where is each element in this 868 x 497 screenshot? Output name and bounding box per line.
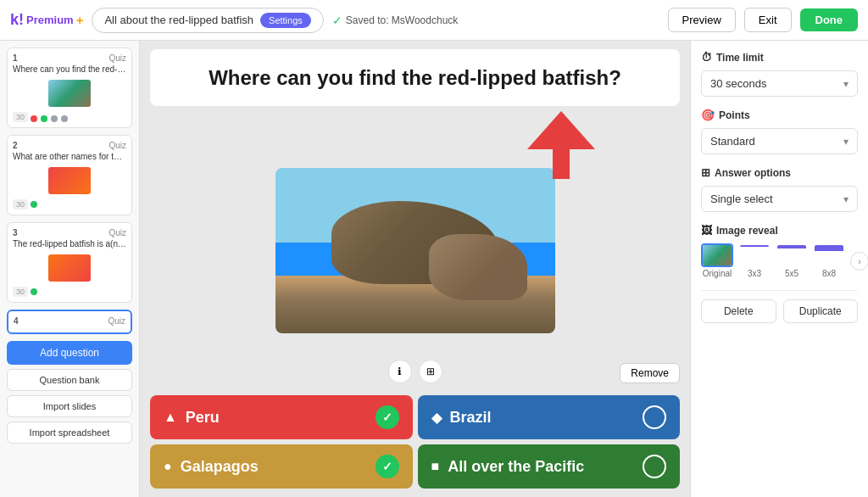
quiz-title: All about the red-lipped batfish bbox=[104, 14, 253, 26]
image-reveal-section: 🖼 Image reveal Original bbox=[701, 224, 858, 278]
answer-pacific-left: ■ All over the Pacific bbox=[431, 458, 585, 476]
panel-actions: Delete Duplicate bbox=[701, 290, 858, 323]
item-dots-2 bbox=[31, 201, 37, 208]
item-dots-1 bbox=[31, 115, 68, 122]
reveal-thumb-5x5 bbox=[776, 243, 808, 267]
item-title-2: What are other names for this crea... bbox=[13, 152, 126, 161]
answer-options-chevron-icon: ▾ bbox=[843, 193, 849, 205]
reveal-option-5x5[interactable]: 5x5 bbox=[776, 243, 808, 278]
answer-brazil[interactable]: ◆ Brazil bbox=[418, 395, 681, 439]
item-thumb-1 bbox=[48, 80, 91, 107]
title-bar[interactable]: All about the red-lipped batfish Setting… bbox=[92, 8, 323, 33]
answer-brazil-left: ◆ Brazil bbox=[431, 409, 492, 427]
answers-grid: ▲ Peru ✓ ◆ Brazil ● Galapagos ✓ bbox=[150, 395, 680, 489]
answer-pacific-shape: ■ bbox=[431, 459, 440, 474]
time-limit-label: Time limit bbox=[716, 52, 764, 64]
settings-button[interactable]: Settings bbox=[260, 13, 311, 28]
done-button[interactable]: Done bbox=[800, 8, 859, 31]
saved-text: Saved to: MsWoodchuck bbox=[346, 14, 459, 26]
answer-peru-shape: ▲ bbox=[164, 410, 177, 425]
image-reveal-label: Image reveal bbox=[716, 225, 778, 237]
question-bank-button[interactable]: Question bank bbox=[7, 369, 132, 391]
preview-button[interactable]: Preview bbox=[668, 8, 736, 32]
reveal-thumb-8x8 bbox=[813, 243, 845, 267]
answer-options-title: ⊞ Answer options bbox=[701, 166, 858, 179]
duplicate-button[interactable]: Duplicate bbox=[783, 299, 859, 323]
answer-peru[interactable]: ▲ Peru ✓ bbox=[150, 395, 413, 439]
reveal-thumb-3x3 bbox=[738, 243, 771, 267]
answer-galapagos-shape: ● bbox=[164, 459, 172, 474]
points-dropdown[interactable]: Standard ▾ bbox=[701, 128, 858, 154]
center-content: Where can you find the red-lipped batfis… bbox=[140, 41, 690, 497]
item-timer-row-3: 30 bbox=[13, 287, 126, 297]
dot-gray-2 bbox=[61, 115, 68, 122]
main-layout: 1 Quiz Where can you find the red-lipped… bbox=[0, 41, 868, 497]
answer-peru-left: ▲ Peru bbox=[164, 409, 220, 427]
answer-options-dropdown[interactable]: Single select ▾ bbox=[701, 186, 858, 212]
item-timer-row-1: 30 bbox=[13, 112, 126, 122]
item-type-2: Quiz bbox=[108, 141, 126, 150]
item-title-1: Where can you find the red-lipped... bbox=[13, 64, 126, 74]
sidebar-item-1[interactable]: 1 Quiz Where can you find the red-lipped… bbox=[7, 47, 132, 128]
logo-premium: Premium bbox=[26, 14, 74, 26]
item-type-1: Quiz bbox=[108, 53, 126, 63]
image-area: ℹ ⊞ Remove bbox=[150, 111, 680, 390]
item-timer-2: 30 bbox=[13, 199, 28, 209]
reveal-label-3x3: 3x3 bbox=[748, 269, 761, 278]
sidebar: 1 Quiz Where can you find the red-lipped… bbox=[0, 41, 140, 497]
header-actions: Preview Exit Done bbox=[668, 8, 858, 32]
question-image bbox=[275, 168, 555, 333]
item-timer-row-2: 30 bbox=[13, 199, 126, 209]
import-slides-button[interactable]: Import slides bbox=[7, 395, 132, 417]
exit-button[interactable]: Exit bbox=[744, 8, 792, 32]
answer-pacific-label: All over the Pacific bbox=[448, 458, 584, 476]
image-reveal-icon: 🖼 bbox=[701, 224, 712, 237]
saved-indicator: ✓ Saved to: MsWoodchuck bbox=[332, 14, 459, 27]
answer-options-value: Single select bbox=[710, 193, 773, 205]
answer-pacific[interactable]: ■ All over the Pacific bbox=[418, 444, 681, 489]
dot-green-3 bbox=[31, 288, 37, 295]
points-title: 🎯 Points bbox=[701, 109, 858, 121]
remove-image-button[interactable]: Remove bbox=[620, 363, 680, 383]
delete-button[interactable]: Delete bbox=[701, 299, 776, 323]
dot-gray-1 bbox=[51, 115, 58, 122]
image-edit-button[interactable]: ⊞ bbox=[419, 360, 442, 383]
points-section: 🎯 Points Standard ▾ bbox=[701, 109, 858, 154]
add-question-button[interactable]: Add question bbox=[7, 341, 132, 365]
sidebar-item-4[interactable]: 4 Quiz bbox=[7, 310, 132, 334]
answer-brazil-shape: ◆ bbox=[431, 410, 442, 426]
reveal-grid-3x3 bbox=[740, 245, 769, 247]
item-timer-1: 30 bbox=[13, 112, 28, 122]
reveal-label-original: Original bbox=[703, 269, 732, 278]
reveal-grid-5x5 bbox=[777, 245, 806, 248]
reveal-option-3x3[interactable]: 3x3 bbox=[738, 243, 771, 278]
logo-plus: + bbox=[76, 13, 84, 27]
answer-brazil-label: Brazil bbox=[450, 409, 492, 427]
time-limit-icon: ⏱ bbox=[701, 51, 712, 64]
image-info-button[interactable]: ℹ bbox=[388, 360, 412, 383]
points-chevron-icon: ▾ bbox=[843, 136, 849, 148]
saved-check-icon: ✓ bbox=[332, 14, 342, 27]
answer-galapagos-check: ✓ bbox=[376, 455, 399, 478]
item-thumb-3 bbox=[48, 254, 91, 282]
import-spreadsheet-button[interactable]: Import spreadsheet bbox=[7, 422, 132, 444]
answer-galapagos[interactable]: ● Galapagos ✓ bbox=[150, 444, 413, 489]
points-label: Points bbox=[719, 109, 750, 121]
reveal-label-8x8: 8x8 bbox=[822, 269, 836, 278]
reveal-option-8x8[interactable]: 8x8 bbox=[813, 243, 845, 278]
item-number-2: 2 bbox=[13, 141, 18, 152]
item-number-3: 3 bbox=[13, 228, 18, 239]
reveal-grid-8x8 bbox=[815, 245, 843, 251]
time-limit-section: ⏱ Time limit 30 seconds ▾ bbox=[701, 51, 858, 97]
answer-peru-label: Peru bbox=[186, 409, 220, 427]
reveal-thumb-img-original bbox=[703, 245, 732, 265]
time-limit-dropdown[interactable]: 30 seconds ▾ bbox=[701, 70, 858, 97]
question-card: Where can you find the red-lipped batfis… bbox=[150, 49, 680, 106]
reveal-next-button[interactable]: › bbox=[850, 252, 868, 271]
time-limit-title: ⏱ Time limit bbox=[701, 51, 858, 64]
sidebar-item-2[interactable]: 2 Quiz What are other names for this cre… bbox=[7, 135, 132, 215]
sidebar-item-3[interactable]: 3 Quiz The red-lipped batfish is a(n)...… bbox=[7, 222, 132, 303]
reveal-option-original[interactable]: Original bbox=[701, 243, 733, 278]
item-title-3: The red-lipped batfish is a(n)... bbox=[13, 239, 126, 248]
image-reveal-title: 🖼 Image reveal bbox=[701, 224, 858, 237]
